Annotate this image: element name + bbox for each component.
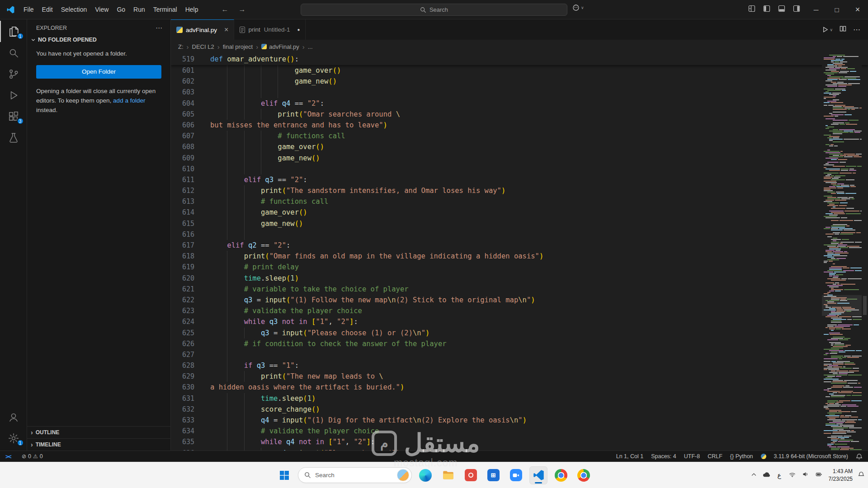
menu-item-selection[interactable]: Selection	[57, 3, 91, 16]
minimap-seg	[829, 186, 835, 187]
copilot-button[interactable]: ∨	[572, 4, 584, 11]
menu-item-view[interactable]: View	[91, 3, 113, 16]
outline-section-header[interactable]: › OUTLINE	[27, 426, 170, 438]
extensions-icon[interactable]: 3	[0, 106, 27, 127]
breadcrumb-item[interactable]: DECI L2	[192, 43, 214, 50]
indentation-indicator[interactable]: Spaces: 4	[651, 451, 676, 462]
copilot-taskbar-icon[interactable]	[416, 466, 434, 484]
minimap-slider[interactable]	[822, 295, 862, 316]
minimap-seg	[830, 353, 837, 354]
toggle-sidebar-left-icon[interactable]	[763, 5, 770, 14]
close-icon[interactable]: ×	[224, 26, 228, 34]
volume-icon[interactable]	[802, 471, 809, 479]
tab-print[interactable]: printUntitled-1●	[234, 19, 306, 40]
scrollbar-thumb[interactable]	[863, 296, 867, 315]
blue-app-icon[interactable]: ⊞	[484, 466, 502, 484]
no-folder-section-header[interactable]: NO FOLDER OPENED	[27, 35, 170, 45]
minimap-seg	[840, 243, 843, 244]
token: "	[421, 329, 425, 337]
encoding-indicator[interactable]: UTF-8	[684, 451, 700, 462]
sidebar-more-actions-icon[interactable]: ⋯	[156, 24, 162, 32]
maximize-button[interactable]: □	[826, 0, 847, 19]
notifications-bell-icon[interactable]	[856, 451, 863, 462]
remote-indicator[interactable]: ><	[0, 451, 16, 462]
minimap-seg	[833, 224, 847, 225]
minimap-seg	[829, 261, 833, 262]
back-arrow-icon[interactable]: ←	[221, 5, 228, 14]
token: # if condition to check the answer of th…	[244, 340, 447, 348]
menu-item-terminal[interactable]: Terminal	[149, 3, 181, 16]
command-center-search[interactable]: Search	[301, 4, 567, 16]
account-icon[interactable]	[0, 406, 27, 427]
breadcrumb-item[interactable]: ...	[308, 43, 313, 50]
editor-pane[interactable]: 519def omar_adventure(): 601 game_over()…	[171, 53, 868, 450]
toggle-panel-icon[interactable]	[778, 5, 785, 14]
input-language-indicator[interactable]: ع	[776, 472, 783, 479]
vscode-taskbar-icon[interactable]	[529, 466, 547, 484]
forward-arrow-icon[interactable]: →	[238, 5, 245, 14]
line-number: 607	[171, 131, 194, 141]
indent-guide	[244, 76, 245, 87]
notification-center-icon[interactable]	[858, 471, 864, 479]
close-button[interactable]: ×	[847, 0, 868, 19]
settings-gear-icon[interactable]: 1	[0, 427, 27, 449]
modified-dot-icon[interactable]: ●	[297, 27, 300, 32]
chrome-profile-icon[interactable]	[575, 466, 593, 484]
onedrive-cloud-icon[interactable]	[762, 471, 770, 479]
wifi-icon[interactable]	[788, 471, 796, 479]
tray-chevron-up-icon[interactable]	[751, 471, 757, 479]
tab-advfinal-py[interactable]: advFinal.py×	[171, 19, 234, 40]
cursor-position[interactable]: Ln 1, Col 1	[616, 451, 643, 462]
menu-item-edit[interactable]: Edit	[38, 3, 57, 16]
minimap-seg	[831, 387, 842, 388]
sticky-scroll-line[interactable]: 519def omar_adventure():	[171, 53, 868, 65]
minimap-row	[822, 326, 862, 327]
minimap-seg	[829, 372, 838, 373]
menu-item-file[interactable]: File	[19, 3, 38, 16]
explorer-icon[interactable]: 1	[0, 21, 27, 42]
file-explorer-icon[interactable]	[439, 466, 457, 484]
breadcrumb-item[interactable]: Z:	[178, 43, 184, 50]
minimap-seg	[829, 136, 840, 137]
clock[interactable]: 1:43 AM 7/23/2025	[829, 468, 853, 482]
toggle-sidebar-right-icon[interactable]	[793, 5, 800, 14]
problems-indicator[interactable]: ⊘ 0 ⚠ 0	[22, 451, 43, 462]
battery-icon[interactable]	[815, 471, 823, 479]
token: .	[261, 274, 265, 282]
open-folder-button[interactable]: Open Folder	[36, 65, 161, 79]
editor-scrollbar[interactable]	[862, 53, 868, 450]
python-interpreter[interactable]: 3.11.9 64-bit (Microsoft Store)	[774, 451, 848, 462]
testing-icon[interactable]	[0, 127, 27, 148]
search-highlight-thumbnail[interactable]	[397, 469, 409, 481]
run-python-file-button[interactable]: ∨	[822, 26, 833, 33]
eol-indicator[interactable]: CRLF	[708, 451, 722, 462]
python-logo-icon[interactable]	[761, 451, 766, 462]
menu-item-go[interactable]: Go	[113, 3, 129, 16]
menu-item-run[interactable]: Run	[129, 3, 149, 16]
editor-more-actions-icon[interactable]: ⋯	[853, 25, 861, 34]
breadcrumb-item[interactable]: advFinal.py	[261, 43, 299, 50]
minimize-button[interactable]: ─	[806, 0, 826, 19]
zoom-icon[interactable]	[507, 466, 525, 484]
taskbar-search-box[interactable]: Search	[298, 467, 412, 483]
language-mode[interactable]: {} Python	[730, 451, 753, 462]
minimap-seg	[844, 211, 859, 211]
minimap-seg	[835, 291, 841, 291]
red-app-icon[interactable]	[462, 466, 480, 484]
chrome-icon[interactable]	[552, 466, 570, 484]
minimap-seg	[840, 61, 847, 62]
start-button[interactable]	[275, 466, 293, 484]
breadcrumb-item[interactable]: final project	[223, 43, 253, 50]
run-debug-icon[interactable]	[0, 84, 27, 106]
token: [	[311, 318, 316, 326]
add-folder-link[interactable]: add a folder	[113, 97, 145, 104]
split-editor-icon[interactable]	[840, 25, 846, 34]
menu-item-help[interactable]: Help	[181, 3, 203, 16]
search-sidebar-icon[interactable]	[0, 42, 27, 63]
minimap-row	[822, 400, 862, 401]
layout-customize-icon[interactable]	[748, 5, 755, 14]
minimap[interactable]	[822, 53, 862, 450]
source-control-icon[interactable]	[0, 63, 27, 84]
indent-guide	[244, 448, 245, 450]
timeline-section-header[interactable]: › TIMELINE	[27, 438, 170, 450]
